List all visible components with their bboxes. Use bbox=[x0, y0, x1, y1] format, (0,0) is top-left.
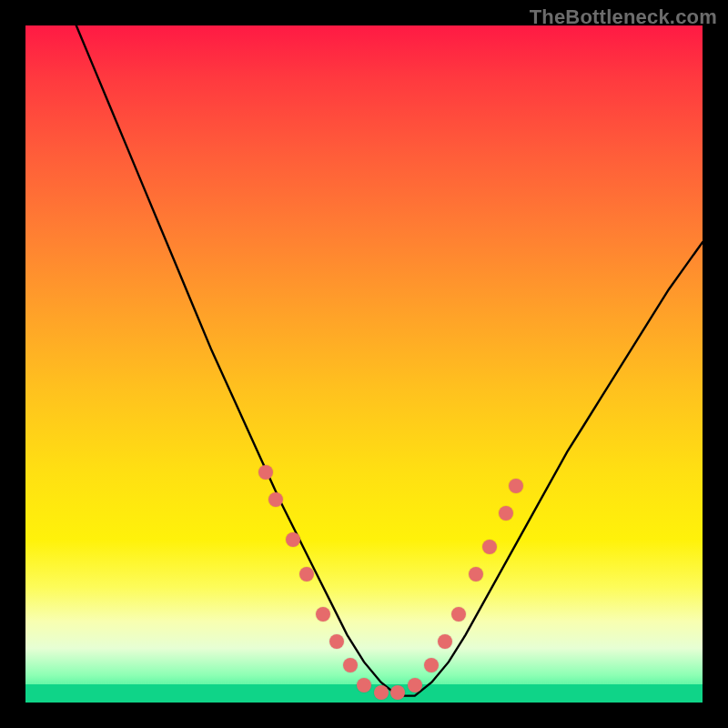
chart-frame bbox=[25, 25, 703, 703]
marker-dot bbox=[469, 567, 483, 581]
chart-curve-svg bbox=[25, 25, 703, 703]
marker-dot bbox=[499, 506, 513, 521]
marker-dot bbox=[390, 685, 405, 700]
marker-dot bbox=[268, 492, 283, 507]
marker-dot bbox=[374, 685, 389, 700]
bottleneck-curve bbox=[76, 25, 703, 696]
marker-dot bbox=[482, 540, 497, 554]
marker-dot bbox=[299, 567, 314, 581]
